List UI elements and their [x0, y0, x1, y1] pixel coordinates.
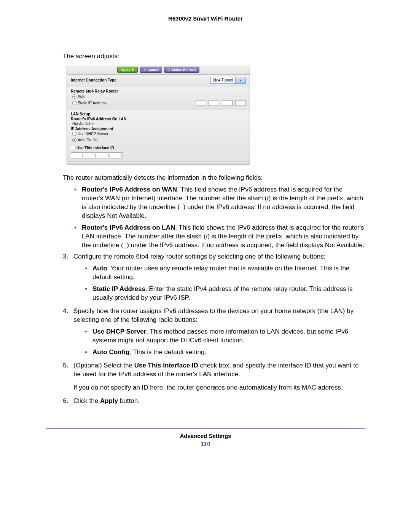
svg-marker-3	[168, 68, 169, 69]
conn-type-value: 6to4 Tunnel	[211, 78, 235, 82]
chevron-down-icon: ▾	[235, 77, 245, 83]
use-iface-label: Use This Interface ID	[76, 146, 114, 150]
cancel-label: Cancel	[147, 68, 159, 72]
footer-section: Advanced Settings	[46, 433, 365, 439]
autoconfig-radio[interactable]: Auto Config	[72, 138, 97, 142]
document-title: R6300v2 Smart WiFi Router	[46, 15, 365, 22]
refresh-icon	[167, 68, 170, 71]
conn-type-label: Internet Connection Type	[71, 78, 116, 82]
detect-item: Router's IPv6 Address on LAN. This field…	[74, 224, 365, 250]
detects-intro: The router automatically detects the inf…	[63, 174, 365, 182]
refresh-label: Status Refresh	[172, 68, 196, 72]
detect-item: Router's IPv6 Address on WAN. This field…	[74, 185, 365, 220]
autoconfig-label: Auto Config	[78, 138, 97, 142]
list-item: Auto. Your router uses any remote relay …	[85, 264, 365, 282]
relay-auto-label: Auto	[78, 94, 86, 99]
static-ip-input[interactable]: ...	[196, 100, 246, 106]
status-refresh-button[interactable]: Status Refresh	[164, 67, 199, 73]
apply-button[interactable]: Apply	[117, 67, 138, 73]
svg-marker-0	[132, 69, 134, 71]
page-rule	[46, 428, 365, 429]
dhcp-radio[interactable]: Use DHCP Server	[72, 132, 108, 136]
page-number: 110	[46, 440, 365, 447]
step-3: Configure the remote 6to4 relay router s…	[63, 252, 365, 302]
relay-static-radio[interactable]: Static IP Address	[72, 101, 107, 105]
ip-assign-label: IP Address Assignment	[71, 127, 246, 131]
ipv6-lan-label: Router's IPv6 Address On LAN	[71, 117, 246, 121]
interface-id-input[interactable]: ▴▾ ▴▾ ▴▾ ▴▾	[71, 152, 246, 158]
step-4: Specify how the router assigns IPv6 addr…	[63, 307, 365, 357]
lan-setup-heading: LAN Setup	[71, 112, 246, 116]
ipv6-lan-value: Not Available	[71, 122, 246, 126]
apply-label: Apply	[121, 68, 130, 72]
intro-text: The screen adjusts:	[63, 52, 365, 61]
list-item: Static IP Address. Enter the static IPv4…	[85, 285, 365, 302]
list-item: Use DHCP Server. This method passes more…	[85, 328, 365, 345]
step-5: (Optional) Select the Use This Interface…	[63, 361, 365, 392]
relay-static-label: Static IP Address	[78, 101, 107, 105]
router-screenshot: Apply Cancel Status Refresh Internet Con…	[67, 65, 365, 165]
step-6: Click the Apply button.	[63, 397, 365, 406]
relay-auto-radio[interactable]: Auto	[72, 94, 86, 99]
list-item: Auto Config. This is the default setting…	[85, 348, 365, 357]
x-icon	[143, 68, 146, 71]
relay-heading: Remote 6to4 Relay Router	[71, 89, 246, 93]
dhcp-label: Use DHCP Server	[78, 132, 108, 136]
conn-type-select[interactable]: 6to4 Tunnel ▾	[210, 77, 246, 84]
use-iface-checkbox[interactable]: Use This Interface ID	[71, 146, 114, 150]
play-icon	[131, 68, 134, 71]
cancel-button[interactable]: Cancel	[140, 67, 162, 73]
